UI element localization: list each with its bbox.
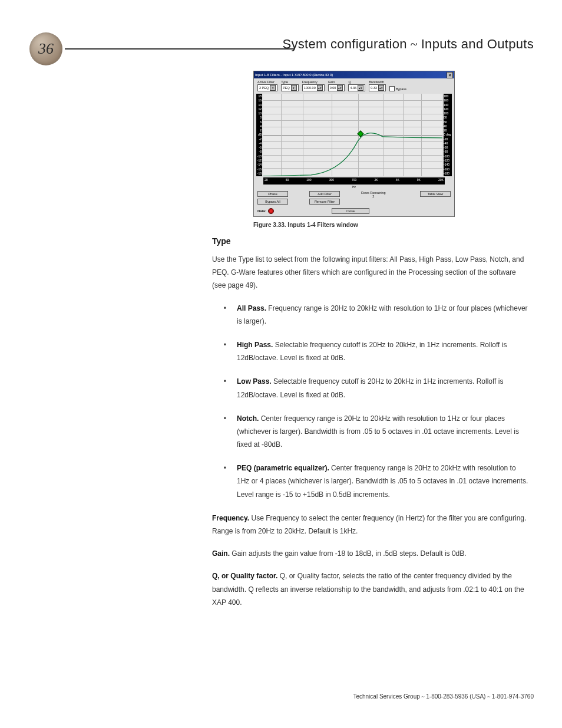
item-body: Frequency range is 20Hz to 20kHz with re… bbox=[237, 304, 528, 325]
bypass-all-button[interactable]: Bypass All bbox=[257, 199, 288, 205]
item-title: Low Pass. bbox=[237, 377, 272, 386]
close-icon[interactable]: × bbox=[447, 72, 453, 78]
data-label: Data: bbox=[257, 209, 266, 213]
title-sep: ~ bbox=[407, 37, 421, 51]
spinner-icon: ▴▾ bbox=[337, 85, 343, 91]
page-number-badge: 36 bbox=[29, 32, 62, 65]
bandwidth-label: Bandwidth bbox=[369, 80, 386, 84]
spinner-icon: ▴▾ bbox=[358, 85, 363, 91]
window-title: Input 1-8 Filters - Input 1 XAP 800 0 (D… bbox=[255, 73, 333, 77]
active-filter-label: Active Filter bbox=[257, 80, 277, 84]
filter-type-list: All Pass. Frequency range is 20Hz to 20k… bbox=[220, 302, 530, 501]
filters-window-screenshot: Input 1-8 Filters - Input 1 XAP 800 0 (D… bbox=[253, 71, 455, 217]
gain-spinner[interactable]: 0.00▴▾ bbox=[328, 84, 345, 91]
q-spinner[interactable]: 4.36▴▾ bbox=[348, 84, 365, 91]
filter-response-graph[interactable] bbox=[263, 94, 442, 176]
type-label: Type bbox=[281, 80, 299, 84]
para-body: Gain adjusts the gain value from -18 to … bbox=[230, 549, 467, 558]
bypass-checkbox[interactable] bbox=[389, 86, 395, 91]
list-item: High Pass. Selectable frequency cutoff i… bbox=[232, 338, 530, 364]
page-number: 36 bbox=[38, 40, 54, 58]
list-item: All Pass. Frequency range is 20Hz to 20k… bbox=[232, 302, 530, 328]
phase-button[interactable]: Phase bbox=[257, 191, 288, 197]
spinner-icon: ▴▾ bbox=[378, 85, 384, 91]
section-heading-type: Type bbox=[212, 236, 530, 246]
spinner-icon: ▴▾ bbox=[317, 85, 323, 91]
list-item: PEQ (parametric equalizer). Center frequ… bbox=[232, 462, 530, 501]
item-title: High Pass. bbox=[237, 341, 273, 349]
page-title: System configuration ~ Inputs and Output… bbox=[282, 37, 534, 52]
active-filter-value: 2 PEQ bbox=[259, 86, 269, 90]
active-filter-control: Active Filter 2 PEQ▾ bbox=[257, 80, 277, 91]
item-body: Selectable frequency cutoff is 20Hz to 2… bbox=[237, 377, 503, 398]
rows-remaining: Rows Remaining 2 bbox=[361, 191, 386, 198]
figure-caption: Figure 3.33. Inputs 1-4 Filters window bbox=[253, 222, 530, 228]
phase-curve bbox=[263, 94, 442, 176]
footer-b: 1-800-283-5936 (USA) bbox=[426, 693, 485, 700]
page-footer: Technical Services Group ~ 1-800-283-593… bbox=[353, 693, 534, 700]
gain-value: 0.00 bbox=[330, 86, 336, 90]
para-title: Q, or Quality factor. bbox=[212, 572, 277, 580]
gain-paragraph: Gain. Gain adjusts the gain value from -… bbox=[212, 547, 530, 560]
list-item: Low Pass. Selectable frequency cutoff is… bbox=[232, 375, 530, 401]
window-titlebar: Input 1-8 Filters - Input 1 XAP 800 0 (D… bbox=[254, 71, 454, 78]
graph-x-axis: 20501003007002K4K9K20K bbox=[263, 177, 445, 185]
active-filter-dropdown[interactable]: 2 PEQ▾ bbox=[257, 84, 277, 91]
bandwidth-spinner[interactable]: 0.33▴▾ bbox=[369, 84, 386, 91]
remove-filter-button[interactable]: Remove Filter bbox=[309, 199, 340, 205]
q-label: Q bbox=[348, 80, 365, 84]
bandwidth-value: 0.33 bbox=[371, 86, 377, 90]
graph-y-axis-left: 18161412108642dB-2-4-6-8-10-12-14-16-18 bbox=[256, 94, 262, 176]
data-led-icon bbox=[268, 208, 274, 214]
q-paragraph: Q, or Quality factor. Q, or Quality fact… bbox=[212, 569, 530, 609]
type-value: PEQ bbox=[283, 86, 290, 90]
frequency-spinner[interactable]: 1000.00▴▾ bbox=[302, 84, 325, 91]
frequency-value: 1000.00 bbox=[304, 86, 316, 90]
q-control: Q 4.36▴▾ bbox=[348, 80, 365, 91]
chevron-down-icon: ▾ bbox=[291, 85, 297, 91]
type-control: Type PEQ▾ bbox=[281, 80, 299, 91]
item-body: Center frequency range is 20Hz to 20kHz … bbox=[237, 414, 519, 449]
para-title: Frequency. bbox=[212, 514, 249, 522]
footer-c: 1-801-974-3760 bbox=[492, 693, 534, 700]
list-item: Notch. Center frequency range is 20Hz to… bbox=[232, 412, 530, 452]
footer-a: Technical Services Group bbox=[353, 693, 419, 700]
frequency-label: Frequency bbox=[302, 80, 325, 84]
para-title: Gain. bbox=[212, 549, 230, 558]
add-filter-button[interactable]: Add Filter bbox=[309, 191, 340, 197]
graph-y-axis-right: 180160140120100806040200 deg-20-40-60-80… bbox=[444, 94, 452, 176]
frequency-control: Frequency 1000.00▴▾ bbox=[302, 80, 325, 91]
header-rule bbox=[65, 48, 295, 50]
title-part-a: System configuration bbox=[282, 37, 406, 51]
frequency-paragraph: Frequency. Use Frequency to select the c… bbox=[212, 512, 530, 538]
footer-sep: ~ bbox=[485, 693, 491, 700]
item-body: Selectable frequency cutoff is 20Hz to 2… bbox=[237, 341, 507, 362]
gain-control: Gain 0.00▴▾ bbox=[328, 80, 345, 91]
rows-remaining-value: 2 bbox=[361, 195, 386, 198]
bypass-control: Bypass bbox=[389, 81, 406, 91]
bypass-label: Bypass bbox=[396, 87, 406, 91]
gain-label: Gain bbox=[328, 80, 345, 84]
item-title: Notch. bbox=[237, 414, 259, 423]
type-dropdown[interactable]: PEQ▾ bbox=[281, 84, 299, 91]
q-value: 4.36 bbox=[350, 86, 356, 90]
title-part-b: Inputs and Outputs bbox=[421, 37, 534, 51]
para-body: Use Frequency to select the center frequ… bbox=[212, 514, 526, 535]
intro-paragraph: Use the Type list to select from the fol… bbox=[212, 253, 530, 292]
table-view-button[interactable]: Table View bbox=[420, 191, 451, 197]
chevron-down-icon: ▾ bbox=[270, 85, 276, 91]
close-button[interactable]: Close bbox=[332, 208, 369, 214]
item-title: PEQ (parametric equalizer). bbox=[237, 464, 329, 472]
footer-sep: ~ bbox=[420, 693, 426, 700]
filter-controls-row: Active Filter 2 PEQ▾ Type PEQ▾ Frequency… bbox=[254, 78, 454, 94]
bandwidth-control: Bandwidth 0.33▴▾ bbox=[369, 80, 386, 91]
item-title: All Pass. bbox=[237, 304, 266, 312]
